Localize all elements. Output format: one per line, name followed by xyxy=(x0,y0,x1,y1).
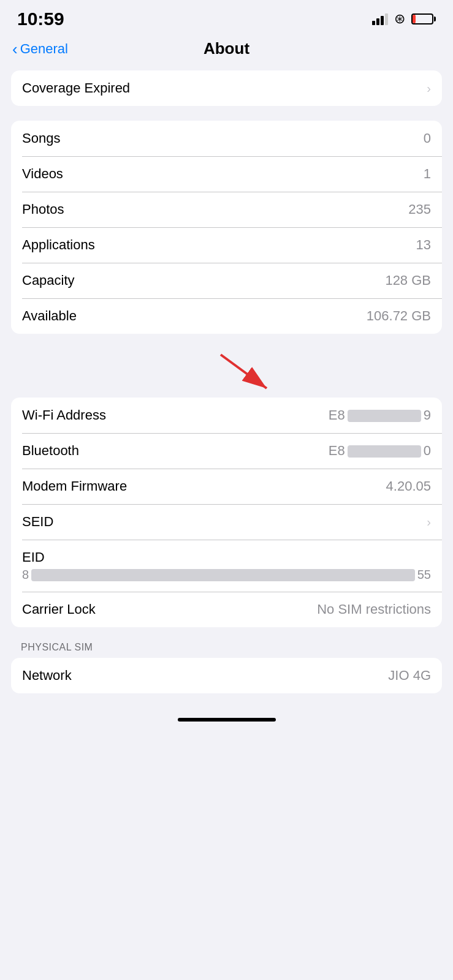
songs-row: Songs 0 xyxy=(11,121,442,156)
seid-row[interactable]: SEID › xyxy=(11,504,442,540)
back-button[interactable]: ‹ General xyxy=(12,41,68,57)
coverage-expired-row[interactable]: Coverage Expired › xyxy=(11,70,442,106)
capacity-label: Capacity xyxy=(22,273,75,288)
chevron-right-icon: › xyxy=(427,81,431,96)
physical-sim-section: PHYSICAL SIM Network JIO 4G xyxy=(11,642,442,693)
videos-label: Videos xyxy=(22,166,63,182)
songs-value: 0 xyxy=(424,130,431,146)
capacity-row: Capacity 128 GB xyxy=(11,263,442,298)
wifi-address-label: Wi-Fi Address xyxy=(22,407,106,423)
network-label: Network xyxy=(22,668,72,684)
network-section: Wi-Fi Address E89 Bluetooth E80 Modem Fi… xyxy=(11,398,442,627)
bluetooth-label: Bluetooth xyxy=(22,443,79,459)
chevron-right-icon: › xyxy=(427,515,431,529)
network-value: JIO 4G xyxy=(388,668,431,684)
signal-icon xyxy=(372,13,388,25)
available-label: Available xyxy=(22,308,77,324)
red-arrow-icon xyxy=(215,349,288,398)
applications-label: Applications xyxy=(22,237,95,253)
wifi-address-value: E89 xyxy=(329,407,431,423)
available-value: 106.72 GB xyxy=(367,308,431,324)
capacity-value: 128 GB xyxy=(385,273,431,288)
battery-icon xyxy=(411,13,436,24)
network-row: Network JIO 4G xyxy=(11,658,442,693)
songs-label: Songs xyxy=(22,130,60,146)
modem-firmware-label: Modem Firmware xyxy=(22,478,127,494)
home-bar xyxy=(178,718,276,722)
status-time: 10:59 xyxy=(17,9,64,29)
home-indicator xyxy=(0,708,453,728)
eid-label: EID xyxy=(22,549,45,565)
status-icons: ⊛ xyxy=(372,11,436,27)
applications-row: Applications 13 xyxy=(11,227,442,263)
arrow-annotation xyxy=(0,349,453,398)
svg-line-1 xyxy=(221,355,267,388)
chevron-left-icon: ‹ xyxy=(12,41,18,57)
storage-card: Songs 0 Videos 1 Photos 235 Applications… xyxy=(11,121,442,334)
coverage-expired-label: Coverage Expired xyxy=(22,80,130,96)
network-card: Wi-Fi Address E89 Bluetooth E80 Modem Fi… xyxy=(11,398,442,627)
videos-value: 1 xyxy=(424,166,431,182)
bluetooth-row: Bluetooth E80 xyxy=(11,433,442,469)
page-title: About xyxy=(204,39,249,58)
modem-firmware-value: 4.20.05 xyxy=(386,478,431,494)
bluetooth-value: E80 xyxy=(329,443,431,459)
modem-firmware-row: Modem Firmware 4.20.05 xyxy=(11,469,442,504)
storage-section: Songs 0 Videos 1 Photos 235 Applications… xyxy=(11,121,442,334)
seid-label: SEID xyxy=(22,514,53,530)
wifi-address-row: Wi-Fi Address E89 xyxy=(11,398,442,433)
physical-sim-title: PHYSICAL SIM xyxy=(11,642,442,658)
photos-value: 235 xyxy=(408,202,431,217)
eid-value: 8 55 xyxy=(22,568,431,582)
eid-row: EID 8 55 xyxy=(11,540,442,592)
status-bar: 10:59 ⊛ xyxy=(0,0,453,34)
wifi-icon: ⊛ xyxy=(394,11,405,27)
photos-label: Photos xyxy=(22,202,64,217)
carrier-lock-value: No SIM restrictions xyxy=(317,601,431,617)
physical-sim-card: Network JIO 4G xyxy=(11,658,442,693)
videos-row: Videos 1 xyxy=(11,156,442,192)
coverage-section: Coverage Expired › xyxy=(11,70,442,106)
coverage-card: Coverage Expired › xyxy=(11,70,442,106)
nav-bar: ‹ General About xyxy=(0,34,453,66)
carrier-lock-label: Carrier Lock xyxy=(22,601,96,617)
applications-value: 13 xyxy=(416,237,431,253)
available-row: Available 106.72 GB xyxy=(11,298,442,334)
carrier-lock-row: Carrier Lock No SIM restrictions xyxy=(11,592,442,627)
photos-row: Photos 235 xyxy=(11,192,442,227)
